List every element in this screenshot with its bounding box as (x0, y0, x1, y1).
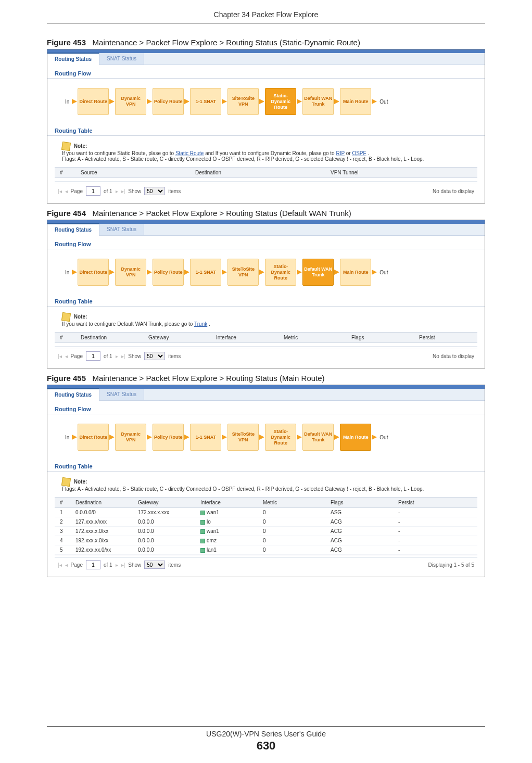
arrow-icon (72, 99, 77, 104)
link-ospf[interactable]: OSPF (352, 150, 366, 156)
cell-interface: wan1 (200, 528, 263, 534)
table-row[interactable]: 5192.xxx.xx.0/xx0.0.0.0lan10ACG- (55, 545, 477, 555)
last-page-button[interactable]: ▸| (121, 562, 125, 568)
tab-routing-status[interactable]: Routing Status (47, 388, 99, 401)
flow-policy-route[interactable]: Policy Route (153, 259, 184, 286)
first-page-button[interactable]: |◂ (58, 353, 62, 359)
cell-flags: ACG (331, 538, 398, 543)
flow-direct-route[interactable]: Direct Route (78, 259, 109, 286)
arrow-icon (259, 270, 264, 275)
flow-default-wan-trunk[interactable]: Default WAN Trunk (302, 424, 334, 451)
flow-default-wan-trunk[interactable]: Default WAN Trunk (302, 259, 334, 286)
footer-rule (47, 726, 485, 727)
arrow-icon (184, 99, 189, 104)
show-select[interactable]: 50 (144, 352, 165, 360)
flow-site-to-site-vpn[interactable]: SiteToSite VPN (227, 259, 259, 286)
flow-site-to-site-vpn[interactable]: SiteToSite VPN (227, 88, 259, 115)
items-label: items (168, 188, 181, 194)
out-label: Out (379, 435, 388, 440)
flow-static-dynamic-route[interactable]: Static-Dynamic Route (265, 88, 296, 115)
flow-main-route[interactable]: Main Route (340, 88, 371, 115)
flow-dynamic-vpn[interactable]: Dynamic VPN (115, 88, 146, 115)
next-page-button[interactable]: ▸ (116, 562, 118, 568)
section-routing-table: Routing Table (47, 122, 485, 136)
cell-interface: lan1 (200, 547, 263, 553)
flow-direct-route[interactable]: Direct Route (78, 424, 109, 451)
arrow-icon (147, 435, 152, 440)
cell-metric: 0 (263, 510, 331, 515)
arrow-icon (334, 99, 339, 104)
flow-site-to-site-vpn[interactable]: SiteToSite VPN (227, 424, 259, 451)
show-select[interactable]: 50 (144, 187, 165, 195)
col-num: # (60, 500, 75, 505)
interface-status-icon (200, 539, 205, 543)
flow-static-dynamic-route[interactable]: Static-Dynamic Route (265, 424, 296, 451)
col-persist: Persist (419, 335, 472, 340)
arrow-icon (109, 435, 115, 440)
flow-policy-route[interactable]: Policy Route (153, 88, 184, 115)
no-data-label: No data to display (433, 353, 474, 359)
next-page-button[interactable]: ▸ (116, 188, 118, 194)
flow-11-snat[interactable]: 1-1 SNAT (190, 88, 221, 115)
page-label: Page (71, 562, 83, 568)
cell-gateway: 0.0.0.0 (138, 538, 200, 543)
table-row[interactable]: 3172.xxx.x.0/xx0.0.0.0wan10ACG- (55, 527, 477, 536)
first-page-button[interactable]: |◂ (58, 562, 62, 568)
cell-destination: 127.xxx.x/xxx (75, 519, 138, 525)
interface-status-icon (200, 511, 205, 515)
prev-page-button[interactable]: ◂ (65, 562, 68, 568)
last-page-button[interactable]: ▸| (121, 353, 125, 359)
first-page-button[interactable]: |◂ (58, 188, 62, 194)
of-label: of 1 (104, 562, 112, 568)
table-row[interactable]: 10.0.0.0/0172.xxx.x.xxxwan10ASG- (55, 508, 477, 517)
link-trunk[interactable]: Trunk (194, 321, 207, 327)
cell-interface: wan1 (200, 510, 263, 515)
tabs: Routing Status SNAT Status (47, 389, 485, 401)
link-rip[interactable]: RIP (336, 150, 345, 156)
cell-num: 1 (60, 510, 75, 515)
pager: |◂ ◂ Page of 1 ▸ ▸| Show 50 items No dat… (55, 349, 477, 363)
page-input[interactable] (86, 186, 100, 196)
page-input[interactable] (86, 560, 100, 569)
page-label: Page (71, 353, 83, 359)
tab-routing-status[interactable]: Routing Status (47, 53, 99, 65)
tab-routing-status[interactable]: Routing Status (47, 223, 99, 236)
arrow-icon (109, 99, 115, 104)
table-body-empty (55, 343, 477, 347)
last-page-button[interactable]: ▸| (121, 188, 125, 194)
table-header: # Source Destination VPN Tunnel (55, 167, 477, 178)
cell-flags: ACG (331, 547, 398, 553)
section-routing-flow: Routing Flow (47, 236, 485, 249)
cell-flags: ACG (331, 528, 398, 534)
table-row[interactable]: 4192.xxx.x.0/xx0.0.0.0dmz0ACG- (55, 536, 477, 545)
flow-static-dynamic-route[interactable]: Static-Dynamic Route (265, 259, 296, 286)
flow-main-route[interactable]: Main Route (340, 424, 371, 451)
arrow-icon (372, 270, 377, 275)
cell-destination: 0.0.0.0/0 (75, 510, 138, 515)
page-input[interactable] (86, 351, 100, 361)
arrow-icon (222, 435, 227, 440)
arrow-icon (334, 270, 339, 275)
flow-main-route[interactable]: Main Route (340, 259, 371, 286)
flow-policy-route[interactable]: Policy Route (153, 424, 184, 451)
flow-direct-route[interactable]: Direct Route (78, 88, 109, 115)
flow-dynamic-vpn[interactable]: Dynamic VPN (115, 424, 146, 451)
flow-default-wan-trunk[interactable]: Default WAN Trunk (302, 88, 334, 115)
link-static-route[interactable]: Static Route (175, 150, 204, 156)
tab-snat-status[interactable]: SNAT Status (99, 53, 144, 65)
flow-11-snat[interactable]: 1-1 SNAT (190, 259, 221, 286)
next-page-button[interactable]: ▸ (116, 353, 118, 359)
cell-persist: - (398, 538, 472, 543)
prev-page-button[interactable]: ◂ (65, 188, 68, 194)
show-select[interactable]: 50 (144, 561, 165, 569)
table-row[interactable]: 2127.xxx.x/xxx0.0.0.0lo0ACG- (55, 517, 477, 527)
tab-snat-status[interactable]: SNAT Status (99, 224, 144, 235)
section-routing-table: Routing Table (47, 458, 485, 472)
figure-454-num: Figure 454 (47, 209, 86, 218)
prev-page-button[interactable]: ◂ (65, 353, 68, 359)
section-routing-flow: Routing Flow (47, 65, 485, 79)
arrow-icon (222, 270, 227, 275)
flow-dynamic-vpn[interactable]: Dynamic VPN (115, 259, 146, 286)
flow-11-snat[interactable]: 1-1 SNAT (190, 424, 221, 451)
tab-snat-status[interactable]: SNAT Status (99, 389, 144, 400)
